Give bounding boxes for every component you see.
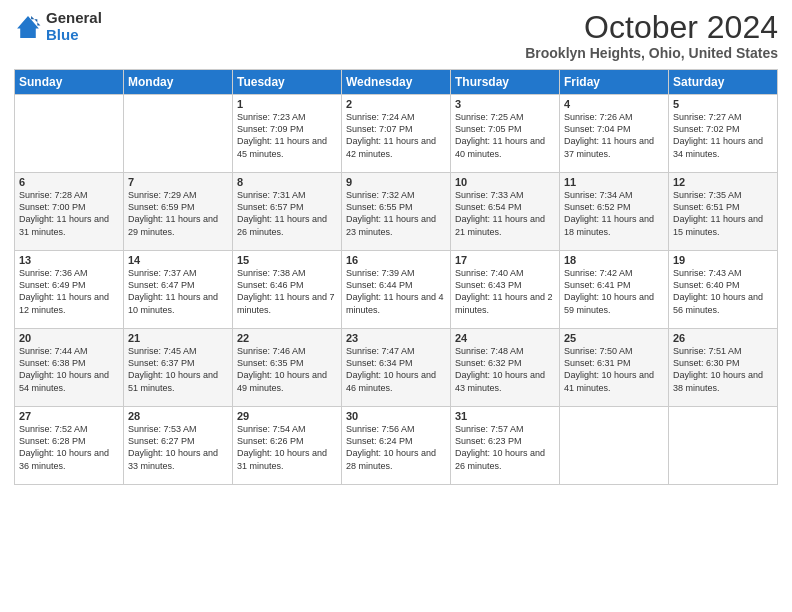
page-container: General Blue October 2024 Brooklyn Heigh…	[0, 0, 792, 495]
day-info: Sunrise: 7:56 AM Sunset: 6:24 PM Dayligh…	[346, 423, 446, 472]
calendar-cell	[669, 407, 778, 485]
calendar-cell: 19Sunrise: 7:43 AM Sunset: 6:40 PM Dayli…	[669, 251, 778, 329]
day-number: 30	[346, 410, 446, 422]
calendar-cell: 2Sunrise: 7:24 AM Sunset: 7:07 PM Daylig…	[342, 95, 451, 173]
calendar-cell: 12Sunrise: 7:35 AM Sunset: 6:51 PM Dayli…	[669, 173, 778, 251]
day-number: 27	[19, 410, 119, 422]
day-number: 14	[128, 254, 228, 266]
day-number: 29	[237, 410, 337, 422]
day-info: Sunrise: 7:37 AM Sunset: 6:47 PM Dayligh…	[128, 267, 228, 316]
day-number: 24	[455, 332, 555, 344]
day-info: Sunrise: 7:25 AM Sunset: 7:05 PM Dayligh…	[455, 111, 555, 160]
day-info: Sunrise: 7:35 AM Sunset: 6:51 PM Dayligh…	[673, 189, 773, 238]
calendar-cell: 3Sunrise: 7:25 AM Sunset: 7:05 PM Daylig…	[451, 95, 560, 173]
calendar-cell: 7Sunrise: 7:29 AM Sunset: 6:59 PM Daylig…	[124, 173, 233, 251]
calendar-week-row: 6Sunrise: 7:28 AM Sunset: 7:00 PM Daylig…	[15, 173, 778, 251]
calendar-cell	[15, 95, 124, 173]
page-header: General Blue October 2024 Brooklyn Heigh…	[14, 10, 778, 61]
calendar-cell: 22Sunrise: 7:46 AM Sunset: 6:35 PM Dayli…	[233, 329, 342, 407]
day-info: Sunrise: 7:45 AM Sunset: 6:37 PM Dayligh…	[128, 345, 228, 394]
day-number: 28	[128, 410, 228, 422]
day-number: 11	[564, 176, 664, 188]
calendar-cell: 15Sunrise: 7:38 AM Sunset: 6:46 PM Dayli…	[233, 251, 342, 329]
calendar-cell: 4Sunrise: 7:26 AM Sunset: 7:04 PM Daylig…	[560, 95, 669, 173]
calendar-cell: 20Sunrise: 7:44 AM Sunset: 6:38 PM Dayli…	[15, 329, 124, 407]
month-title: October 2024	[525, 10, 778, 45]
calendar-cell: 11Sunrise: 7:34 AM Sunset: 6:52 PM Dayli…	[560, 173, 669, 251]
day-info: Sunrise: 7:32 AM Sunset: 6:55 PM Dayligh…	[346, 189, 446, 238]
day-number: 2	[346, 98, 446, 110]
day-info: Sunrise: 7:33 AM Sunset: 6:54 PM Dayligh…	[455, 189, 555, 238]
day-number: 13	[19, 254, 119, 266]
day-number: 17	[455, 254, 555, 266]
day-info: Sunrise: 7:43 AM Sunset: 6:40 PM Dayligh…	[673, 267, 773, 316]
calendar-cell: 31Sunrise: 7:57 AM Sunset: 6:23 PM Dayli…	[451, 407, 560, 485]
day-info: Sunrise: 7:27 AM Sunset: 7:02 PM Dayligh…	[673, 111, 773, 160]
day-info: Sunrise: 7:46 AM Sunset: 6:35 PM Dayligh…	[237, 345, 337, 394]
day-info: Sunrise: 7:26 AM Sunset: 7:04 PM Dayligh…	[564, 111, 664, 160]
calendar-cell: 25Sunrise: 7:50 AM Sunset: 6:31 PM Dayli…	[560, 329, 669, 407]
day-info: Sunrise: 7:24 AM Sunset: 7:07 PM Dayligh…	[346, 111, 446, 160]
day-info: Sunrise: 7:52 AM Sunset: 6:28 PM Dayligh…	[19, 423, 119, 472]
calendar-cell: 26Sunrise: 7:51 AM Sunset: 6:30 PM Dayli…	[669, 329, 778, 407]
day-info: Sunrise: 7:47 AM Sunset: 6:34 PM Dayligh…	[346, 345, 446, 394]
calendar-cell: 14Sunrise: 7:37 AM Sunset: 6:47 PM Dayli…	[124, 251, 233, 329]
calendar-cell: 13Sunrise: 7:36 AM Sunset: 6:49 PM Dayli…	[15, 251, 124, 329]
day-number: 23	[346, 332, 446, 344]
calendar-cell: 17Sunrise: 7:40 AM Sunset: 6:43 PM Dayli…	[451, 251, 560, 329]
calendar-header-row: SundayMondayTuesdayWednesdayThursdayFrid…	[15, 70, 778, 95]
day-info: Sunrise: 7:57 AM Sunset: 6:23 PM Dayligh…	[455, 423, 555, 472]
day-info: Sunrise: 7:38 AM Sunset: 6:46 PM Dayligh…	[237, 267, 337, 316]
logo-text: General Blue	[46, 10, 102, 43]
calendar-cell: 23Sunrise: 7:47 AM Sunset: 6:34 PM Dayli…	[342, 329, 451, 407]
day-number: 1	[237, 98, 337, 110]
day-number: 3	[455, 98, 555, 110]
calendar-cell: 5Sunrise: 7:27 AM Sunset: 7:02 PM Daylig…	[669, 95, 778, 173]
day-info: Sunrise: 7:51 AM Sunset: 6:30 PM Dayligh…	[673, 345, 773, 394]
col-header-tuesday: Tuesday	[233, 70, 342, 95]
day-info: Sunrise: 7:31 AM Sunset: 6:57 PM Dayligh…	[237, 189, 337, 238]
day-info: Sunrise: 7:34 AM Sunset: 6:52 PM Dayligh…	[564, 189, 664, 238]
calendar-week-row: 27Sunrise: 7:52 AM Sunset: 6:28 PM Dayli…	[15, 407, 778, 485]
day-info: Sunrise: 7:29 AM Sunset: 6:59 PM Dayligh…	[128, 189, 228, 238]
calendar-cell: 24Sunrise: 7:48 AM Sunset: 6:32 PM Dayli…	[451, 329, 560, 407]
col-header-monday: Monday	[124, 70, 233, 95]
logo-general: General	[46, 10, 102, 27]
day-number: 12	[673, 176, 773, 188]
day-info: Sunrise: 7:44 AM Sunset: 6:38 PM Dayligh…	[19, 345, 119, 394]
calendar-cell: 16Sunrise: 7:39 AM Sunset: 6:44 PM Dayli…	[342, 251, 451, 329]
calendar-table: SundayMondayTuesdayWednesdayThursdayFrid…	[14, 69, 778, 485]
calendar-cell: 1Sunrise: 7:23 AM Sunset: 7:09 PM Daylig…	[233, 95, 342, 173]
day-number: 9	[346, 176, 446, 188]
day-number: 22	[237, 332, 337, 344]
day-info: Sunrise: 7:48 AM Sunset: 6:32 PM Dayligh…	[455, 345, 555, 394]
day-info: Sunrise: 7:23 AM Sunset: 7:09 PM Dayligh…	[237, 111, 337, 160]
day-number: 6	[19, 176, 119, 188]
day-number: 10	[455, 176, 555, 188]
calendar-cell	[124, 95, 233, 173]
day-info: Sunrise: 7:54 AM Sunset: 6:26 PM Dayligh…	[237, 423, 337, 472]
calendar-week-row: 1Sunrise: 7:23 AM Sunset: 7:09 PM Daylig…	[15, 95, 778, 173]
calendar-cell: 9Sunrise: 7:32 AM Sunset: 6:55 PM Daylig…	[342, 173, 451, 251]
day-number: 20	[19, 332, 119, 344]
calendar-cell: 10Sunrise: 7:33 AM Sunset: 6:54 PM Dayli…	[451, 173, 560, 251]
day-number: 15	[237, 254, 337, 266]
day-number: 18	[564, 254, 664, 266]
day-info: Sunrise: 7:50 AM Sunset: 6:31 PM Dayligh…	[564, 345, 664, 394]
calendar-week-row: 13Sunrise: 7:36 AM Sunset: 6:49 PM Dayli…	[15, 251, 778, 329]
day-number: 31	[455, 410, 555, 422]
calendar-cell	[560, 407, 669, 485]
calendar-cell: 29Sunrise: 7:54 AM Sunset: 6:26 PM Dayli…	[233, 407, 342, 485]
calendar-cell: 28Sunrise: 7:53 AM Sunset: 6:27 PM Dayli…	[124, 407, 233, 485]
col-header-thursday: Thursday	[451, 70, 560, 95]
col-header-sunday: Sunday	[15, 70, 124, 95]
col-header-wednesday: Wednesday	[342, 70, 451, 95]
day-info: Sunrise: 7:28 AM Sunset: 7:00 PM Dayligh…	[19, 189, 119, 238]
day-number: 7	[128, 176, 228, 188]
day-number: 26	[673, 332, 773, 344]
calendar-cell: 18Sunrise: 7:42 AM Sunset: 6:41 PM Dayli…	[560, 251, 669, 329]
day-info: Sunrise: 7:53 AM Sunset: 6:27 PM Dayligh…	[128, 423, 228, 472]
calendar-cell: 30Sunrise: 7:56 AM Sunset: 6:24 PM Dayli…	[342, 407, 451, 485]
day-number: 19	[673, 254, 773, 266]
location: Brooklyn Heights, Ohio, United States	[525, 45, 778, 61]
